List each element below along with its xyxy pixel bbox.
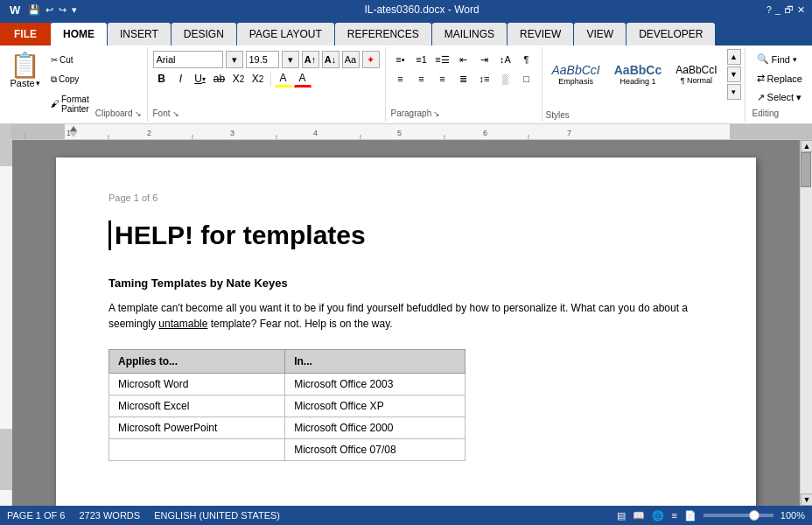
font-name-dropdown-icon[interactable]: ▾ (226, 51, 243, 68)
borders-button[interactable]: □ (517, 70, 536, 88)
document-scroll-area[interactable]: Page 1 of 6 HELP! for templates Taming T… (12, 140, 800, 506)
scroll-down-button[interactable]: ▼ (801, 494, 812, 506)
style-heading1[interactable]: AaBbCc Heading 1 (608, 60, 668, 88)
shading-button[interactable]: ░ (496, 70, 515, 88)
tab-page-layout[interactable]: PAGE LAYOUT (237, 23, 334, 46)
copy-button[interactable]: ⧉ Copy (48, 73, 92, 87)
select-button[interactable]: ↗ Select ▾ (752, 89, 807, 106)
center-button[interactable]: ≡ (412, 70, 431, 88)
word-count: 2723 WORDS (79, 510, 140, 521)
paragraph-expand-icon[interactable]: ↘ (433, 109, 440, 118)
zoom-percent: 100% (780, 510, 805, 521)
tab-mailings[interactable]: MAILINGS (432, 23, 507, 46)
undo-icon[interactable]: ↩ (46, 4, 53, 16)
outline-icon[interactable]: ≡ (671, 510, 676, 521)
tab-insert[interactable]: INSERT (108, 23, 171, 46)
tab-design[interactable]: DESIGN (172, 23, 236, 46)
text-highlight-button[interactable]: A (275, 70, 292, 88)
tab-home[interactable]: HOME (51, 23, 107, 46)
scroll-thumb[interactable] (801, 152, 811, 187)
scroll-track[interactable] (801, 152, 812, 494)
paste-icon: 📋 (10, 53, 40, 78)
table-cell: Microsoft Office 07/08 (285, 439, 466, 461)
format-painter-button[interactable]: 🖌 Format Painter (48, 93, 92, 116)
find-button[interactable]: 🔍 Find ▾ (752, 51, 807, 67)
table-cell: Microsoft Excel (109, 396, 285, 417)
binoculars-icon: 🔍 (757, 53, 769, 65)
draft-icon[interactable]: 📄 (684, 510, 696, 522)
subscript-button[interactable]: X2 (230, 70, 248, 88)
style-normal[interactable]: AaBbCcI ¶ Normal (669, 61, 723, 88)
reading-icon[interactable]: 📖 (633, 510, 645, 522)
untamable-link: untamable (158, 318, 207, 330)
font-color-button[interactable]: A (294, 70, 312, 88)
heading1-label: Heading 1 (620, 77, 655, 86)
decrease-font-size-button[interactable]: A↓ (322, 51, 340, 68)
tab-review[interactable]: REVIEW (508, 23, 573, 46)
numbering-button[interactable]: ≡1 (412, 51, 431, 68)
document-title[interactable]: HELP! for templates (108, 220, 704, 250)
minimize-icon[interactable]: _ (775, 4, 780, 16)
svg-text:2: 2 (147, 129, 151, 137)
styles-scroll-up-icon[interactable]: ▲ (727, 49, 741, 65)
restore-icon[interactable]: 🗗 (784, 4, 794, 16)
change-case-button[interactable]: Aa (342, 51, 360, 68)
tab-developer[interactable]: DEVELOPER (626, 23, 715, 46)
editing-group: 🔍 Find ▾ ⇄ Replace ↗ Select ▾ Editing (746, 47, 812, 122)
save-icon[interactable]: 💾 (28, 4, 40, 16)
tab-references[interactable]: REFERENCES (335, 23, 431, 46)
clipboard-small-buttons: ✂ Cut ⧉ Copy 🖌 Format Painter (48, 51, 92, 118)
page-info: PAGE 1 OF 6 (7, 510, 65, 521)
multilevel-list-button[interactable]: ≡☰ (433, 51, 452, 68)
close-icon[interactable]: ✕ (797, 4, 805, 16)
sort-button[interactable]: ↕A (496, 51, 515, 68)
status-right: ▤ 📖 🌐 ≡ 📄 100% (617, 510, 805, 522)
font-expand-icon[interactable]: ↘ (172, 109, 179, 118)
paste-button[interactable]: 📋 Paste ▾ (5, 51, 45, 118)
tab-view[interactable]: VIEW (574, 23, 626, 46)
web-icon[interactable]: 🌐 (652, 510, 664, 522)
ruler: 1 2 3 4 5 6 7 (0, 124, 812, 140)
styles-scroll-down-icon[interactable]: ▼ (727, 66, 741, 82)
tab-file[interactable]: FILE (0, 23, 51, 46)
italic-button[interactable]: I (172, 70, 190, 88)
replace-button[interactable]: ⇄ Replace (752, 70, 807, 87)
customize-icon[interactable]: ▾ (72, 4, 77, 16)
increase-indent-button[interactable]: ⇥ (475, 51, 494, 68)
vertical-scrollbar[interactable]: ▲ ▼ (800, 140, 812, 506)
zoom-thumb[interactable] (749, 510, 760, 521)
table-row: Microsoft PowerPoint Microsoft Office 20… (109, 417, 466, 439)
strikethrough-button[interactable]: ab (211, 70, 228, 88)
decrease-indent-button[interactable]: ⇤ (454, 51, 473, 68)
redo-icon[interactable]: ↪ (59, 4, 66, 16)
cut-button[interactable]: ✂ Cut (48, 53, 92, 66)
bullets-button[interactable]: ≡• (391, 51, 410, 68)
font-size-input[interactable] (246, 51, 279, 68)
styles-more-icon[interactable]: ▾ (727, 84, 741, 100)
find-dropdown-icon[interactable]: ▾ (793, 55, 797, 64)
clear-formatting-button[interactable]: ✦ (362, 51, 380, 68)
help-icon[interactable]: ? (766, 4, 772, 16)
justify-button[interactable]: ≣ (454, 70, 473, 88)
underline-button[interactable]: U▾ (192, 70, 209, 88)
font-size-dropdown-icon[interactable]: ▾ (282, 51, 299, 68)
clipboard-expand-icon[interactable]: ↘ (135, 109, 142, 118)
zoom-slider[interactable] (704, 514, 774, 517)
paste-dropdown-icon[interactable]: ▾ (36, 79, 40, 88)
line-spacing-button[interactable]: ↕≡ (475, 70, 494, 88)
align-right-button[interactable]: ≡ (433, 70, 452, 88)
show-formatting-button[interactable]: ¶ (517, 51, 536, 68)
svg-marker-14 (70, 126, 77, 131)
scroll-up-button[interactable]: ▲ (801, 140, 812, 152)
emphasis-label: Emphasis (558, 77, 593, 86)
style-emphasis[interactable]: AaBbCcI Emphasis (546, 60, 606, 88)
font-name-input[interactable] (153, 51, 223, 68)
align-left-button[interactable]: ≡ (391, 70, 410, 88)
document-body[interactable]: A template can't become all you want it … (108, 300, 704, 332)
editing-group-label: Editing (752, 108, 780, 118)
layout-icon[interactable]: ▤ (617, 510, 626, 522)
increase-font-size-button[interactable]: A↑ (302, 51, 319, 68)
document-table: Applies to... In... Microsoft Word Micro… (108, 349, 466, 461)
bold-button[interactable]: B (153, 70, 171, 88)
superscript-button[interactable]: X2 (249, 70, 267, 88)
